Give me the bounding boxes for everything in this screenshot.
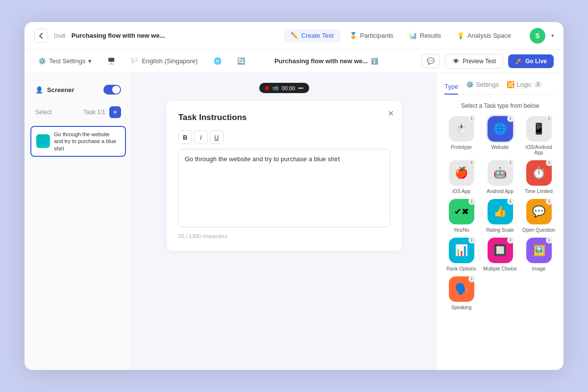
settings-icon-small: ⚙️ <box>466 81 474 88</box>
screener-label: 👤 Screener <box>35 86 74 94</box>
user-menu-chevron[interactable]: ▾ <box>551 33 554 38</box>
time-limited-info[interactable]: ℹ <box>546 159 553 166</box>
type-prototype[interactable]: 🖱️ ℹ Prototype <box>444 116 478 155</box>
rocket-icon: 🚀 <box>515 58 522 65</box>
chat-icon: 💬 <box>427 57 435 65</box>
type-open-question[interactable]: 💬 ℹ Open Question <box>522 199 556 233</box>
main-area: 👤 Screener Select Task 1/1 + 🌐 Go throug… <box>24 73 564 370</box>
rating-scale-info[interactable]: ℹ <box>507 198 514 205</box>
underline-button[interactable]: U <box>210 130 223 144</box>
logic-count-badge: 0 <box>534 81 542 88</box>
rank-options-info[interactable]: ℹ <box>468 237 475 244</box>
task-item[interactable]: 🌐 Go through the website and try to purc… <box>30 126 126 157</box>
project-title: Purchasing flow with new we... <box>72 32 165 39</box>
task-item-icon: 🌐 <box>36 134 50 148</box>
tab-settings[interactable]: ⚙️ Settings <box>466 81 499 90</box>
app-window: Draft Purchasing flow with new we... ✏️ … <box>24 22 564 370</box>
back-button[interactable] <box>34 29 48 43</box>
tab-analysis-space[interactable]: 💡 Analysis Space <box>450 29 518 42</box>
website-info[interactable]: ℹ <box>507 115 514 122</box>
tab-results[interactable]: 📊 Results <box>402 29 448 42</box>
chat-button[interactable]: 💬 <box>421 54 440 68</box>
type-ios-android[interactable]: 📱 ℹ iOS/Android App <box>522 116 556 155</box>
preview-test-button[interactable]: 👁️ Preview Test <box>445 54 503 69</box>
add-task-button[interactable]: + <box>109 106 121 118</box>
section-header: Select Task 1/1 + <box>30 104 126 120</box>
type-time-limited[interactable]: ⏱️ ℹ Time Limited <box>522 160 556 194</box>
ios-android-info[interactable]: ℹ <box>546 115 553 122</box>
open-question-info[interactable]: ℹ <box>546 198 553 205</box>
multiple-choice-info[interactable]: ℹ <box>507 237 514 244</box>
task-card: Task Instructions ✕ B I U 55 / 1300 char… <box>167 101 402 251</box>
settings-chevron-icon: ▾ <box>88 57 92 65</box>
task-badge: Task 1/1 <box>83 109 105 116</box>
go-live-button[interactable]: 🚀 Go Live <box>508 54 554 68</box>
monitor-icon: 🖥️ <box>107 57 115 65</box>
tab-participants[interactable]: 🏅 Participants <box>343 29 400 42</box>
task-types-grid: 🖱️ ℹ Prototype 🌐 ℹ Website 📱 <box>444 116 556 310</box>
top-nav: Draft Purchasing flow with new we... ✏️ … <box>24 22 564 49</box>
task-instructions-textarea[interactable] <box>178 149 390 227</box>
tab-logic[interactable]: 🔀 Logic 0 <box>507 81 542 90</box>
logic-icon: 🔀 <box>507 81 514 88</box>
close-button[interactable]: ✕ <box>388 109 394 118</box>
prototype-info[interactable]: ℹ <box>468 115 475 122</box>
nav-tabs: ✏️ Create Test 🏅 Participants 📊 Results … <box>284 29 518 42</box>
ios-info[interactable]: ℹ <box>468 159 475 166</box>
right-panel: Type ⚙️ Settings 🔀 Logic 0 Select a Task… <box>436 73 564 370</box>
record-dot <box>265 86 269 90</box>
char-count: 55 / 1300 characters <box>178 233 390 239</box>
task-card-title: Task Instructions <box>178 113 390 122</box>
type-rating-scale[interactable]: 👍 ℹ Rating Scale <box>483 199 517 233</box>
refresh-button[interactable]: 🔄 <box>233 55 249 67</box>
type-android-app[interactable]: 🤖 ℹ Android App <box>483 160 517 194</box>
refresh-icon: 🔄 <box>237 57 245 65</box>
type-website[interactable]: 🌐 ℹ Website <box>483 116 517 155</box>
italic-button[interactable]: I <box>194 130 208 144</box>
task-item-text: Go through the website and try to purcha… <box>54 131 120 152</box>
formatting-bar: B I U <box>178 130 390 144</box>
type-speaking[interactable]: 🗣️ ℹ Speaking <box>444 276 478 310</box>
device-selector[interactable]: 🖥️ <box>103 55 119 67</box>
center-title-area: Purchasing flow with new we... ℹ️ <box>274 57 378 65</box>
type-ios-app[interactable]: 🍎 ℹ iOS App <box>444 160 478 194</box>
yes-no-info[interactable]: ℹ <box>468 198 475 205</box>
language-selector[interactable]: 🏳️ English (Singapore) <box>127 55 201 67</box>
results-icon: 📊 <box>409 32 417 39</box>
image-info[interactable]: ℹ <box>546 237 553 244</box>
select-prompt: Select a Task type from below <box>444 102 556 109</box>
info-icon: ℹ️ <box>371 58 378 65</box>
analysis-icon: 💡 <box>457 32 465 39</box>
type-multiple-choice[interactable]: 🔲 ℹ Multiple Choice <box>483 238 517 271</box>
person-icon: 👤 <box>35 86 43 94</box>
center-content: 📹 00:00 ▪▪▪ Task Instructions ✕ B I U 55… <box>132 73 436 370</box>
type-rank-options[interactable]: 📊 ℹ Rank Options <box>444 238 478 271</box>
tab-create-test[interactable]: ✏️ Create Test <box>284 29 341 42</box>
toolbar: ⚙️ Test Settings ▾ 🖥️ 🏳️ English (Singap… <box>24 49 564 73</box>
panel-tabs: Type ⚙️ Settings 🔀 Logic 0 <box>444 81 556 95</box>
user-avatar[interactable]: S <box>530 28 545 44</box>
toolbar-actions: 💬 👁️ Preview Test 🚀 Go Live <box>421 54 554 69</box>
left-sidebar: 👤 Screener Select Task 1/1 + 🌐 Go throug… <box>24 73 132 370</box>
recording-bar: 📹 00:00 ▪▪▪ <box>259 83 309 93</box>
screener-row: 👤 Screener <box>30 81 126 98</box>
waveform-icon: ▪▪▪ <box>298 85 303 91</box>
create-test-icon: ✏️ <box>291 32 298 39</box>
screener-toggle[interactable] <box>103 85 121 95</box>
settings-gear-icon: ⚙️ <box>38 57 46 65</box>
draft-badge: Draft <box>54 33 66 39</box>
speaking-info[interactable]: ℹ <box>468 275 475 282</box>
tab-type[interactable]: Type <box>444 81 458 95</box>
record-icon: 📹 <box>272 85 279 91</box>
test-settings-button[interactable]: ⚙️ Test Settings ▾ <box>34 55 96 67</box>
android-info[interactable]: ℹ <box>507 159 514 166</box>
type-yes-no[interactable]: ✔✖ ℹ Yes/No <box>444 199 478 233</box>
flag-icon: 🏳️ <box>131 57 139 65</box>
select-section-label: Select <box>35 109 51 116</box>
globe-button[interactable]: 🌐 <box>210 55 225 67</box>
eye-icon: 👁️ <box>452 58 460 65</box>
bold-button[interactable]: B <box>178 130 192 144</box>
type-image[interactable]: 🖼️ ℹ Image <box>522 238 556 271</box>
globe-icon: 🌐 <box>214 57 221 65</box>
participants-icon: 🏅 <box>349 32 357 39</box>
